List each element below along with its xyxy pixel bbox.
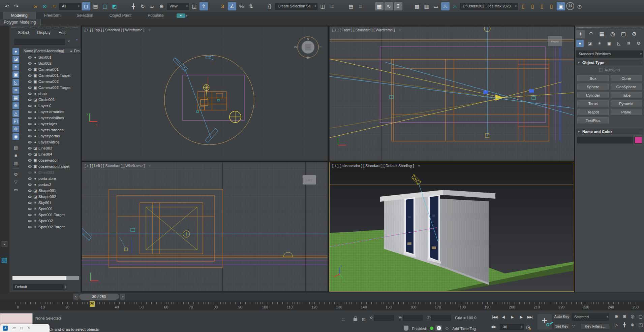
list-item[interactable]: ● portas2 (22, 181, 81, 188)
viewcube-ghost-left[interactable]: LEFT (306, 179, 312, 181)
viewport-label[interactable]: [ + ] [ Top ] [ Standard ] [ Wireframe ]… (85, 28, 151, 32)
external-reference-icon[interactable]: ▯ (547, 2, 556, 10)
use-pivot-center-icon[interactable]: ◱ (190, 2, 198, 10)
viewport-top[interactable]: TOP N W S E y x [ + ] [ Top ] [ Standard… (82, 26, 328, 161)
textplus-button[interactable]: TextPlus (577, 117, 609, 124)
key-selection-dropdown[interactable]: Selected (572, 313, 609, 321)
tab-display[interactable]: ▢ (619, 30, 628, 38)
taskbar-thumbnail-overlay[interactable]: 3 ▱ □ × (0, 324, 50, 332)
visibility-eye-icon[interactable] (28, 117, 32, 119)
display-none-icon[interactable]: ■ (12, 152, 19, 159)
category-systems-icon[interactable]: ⚙ (635, 40, 642, 47)
orbit-icon[interactable]: ⊚ (629, 321, 636, 329)
visibility-eye-icon[interactable] (28, 74, 32, 77)
unlink-icon[interactable]: ⊘ (40, 2, 49, 10)
explorer-preset-dropdown[interactable]: Default (13, 284, 63, 290)
teapot-button[interactable]: Teapot (577, 109, 609, 115)
name-color-rollout[interactable]: ▼ Name and Color ∷ (576, 129, 643, 134)
track-bar[interactable]: 0102030405060708090100110120130140150160… (0, 301, 644, 310)
tab-hierarchy[interactable]: ▦ (597, 30, 607, 38)
groups-filter-icon[interactable]: ▦ (12, 95, 19, 101)
auto-key-button[interactable]: Auto Key (554, 313, 570, 320)
lights-filter-icon[interactable]: ☀ (12, 64, 19, 70)
tab-create[interactable]: + (576, 30, 585, 38)
visibility-eye-icon[interactable] (28, 93, 32, 95)
box-button[interactable]: Box (577, 75, 609, 82)
visibility-eye-icon[interactable] (28, 190, 32, 192)
separator[interactable] (403, 2, 412, 10)
open-folder-icon[interactable]: ▯ (528, 2, 537, 10)
visibility-eye-icon[interactable] (28, 153, 32, 156)
frame-spinner[interactable]: ▲▼ (520, 324, 524, 330)
close-icon[interactable]: × (27, 326, 30, 330)
visibility-eye-icon[interactable] (28, 129, 32, 131)
name-column-header[interactable]: Name (Sorted Ascending) (23, 49, 70, 53)
ribbon-tab[interactable]: Object Paint (101, 12, 140, 19)
preset-spinner[interactable]: ▲▼ (63, 284, 67, 290)
visibility-eye-icon[interactable] (28, 214, 32, 216)
named-selection-sets-icon[interactable]: {} (266, 2, 274, 10)
transform-gizmo-icon[interactable]: ∷ (342, 317, 344, 322)
list-item[interactable]: ▣ observador.Target (22, 163, 81, 169)
scene-script-icon[interactable]: ▯ (519, 2, 527, 10)
selection-lock-icon[interactable] (354, 318, 357, 321)
y-coord-field[interactable] (403, 315, 423, 321)
filter-separator[interactable] (12, 142, 19, 142)
object-name[interactable]: Camera001 (38, 67, 59, 71)
list-item[interactable]: ● Layer:armários (22, 109, 81, 115)
object-type-rollout[interactable]: ▼ Object Type ∷ (576, 60, 643, 65)
material-editor-icon[interactable]: ▩ (413, 2, 421, 10)
filter-config-icon[interactable]: ⚙ (12, 171, 19, 178)
geosphere-button[interactable]: GeoSphere (611, 84, 642, 90)
separator[interactable] (120, 2, 128, 10)
cylinder-button[interactable]: Cylinder (577, 92, 609, 99)
list-item[interactable]: ☀ Sky001 (22, 200, 81, 206)
object-color-swatch[interactable] (635, 137, 642, 143)
zoom-all-icon[interactable]: ⊞ (621, 313, 628, 320)
spacewarps-filter-icon[interactable]: ≋ (12, 87, 19, 94)
filter-funnel-icon[interactable]: ▽ (12, 179, 19, 186)
ribbon-toggle-icon[interactable]: ▦ (375, 2, 384, 10)
selection-filter-dropdown[interactable]: All (59, 3, 81, 10)
object-name[interactable]: observador (38, 158, 58, 162)
frame-nudge-icon[interactable]: ◀▶ (491, 325, 496, 329)
go-to-start-button[interactable]: |◀◀ (491, 314, 498, 321)
visibility-eye-icon[interactable] (28, 208, 32, 210)
cone-button[interactable]: Cone (611, 75, 642, 82)
set-keys-button[interactable]: + (537, 314, 552, 330)
rect-selection-region-icon[interactable]: ▢ (101, 2, 109, 10)
list-item[interactable]: ● Box002 (22, 60, 81, 66)
object-name[interactable]: Camera002 (38, 79, 59, 84)
separator[interactable] (22, 2, 30, 10)
object-name[interactable]: Circle001 (38, 98, 55, 102)
percent-snap-icon[interactable]: % (237, 2, 246, 10)
object-name[interactable]: Layer:vidros (38, 140, 60, 144)
tab-modify[interactable]: ◠ (586, 30, 596, 38)
viewport-label[interactable]: [ + ] [ observador ] [ Standard ] [ Defa… (332, 164, 421, 168)
select-scale-icon[interactable]: ▱ (148, 2, 156, 10)
torus-button[interactable]: Torus (577, 100, 609, 107)
scrollbar-thumb[interactable] (12, 276, 66, 280)
time-configuration-icon[interactable]: ◷ (526, 324, 532, 330)
docked-window-icon[interactable]: ▦ (1, 256, 8, 264)
list-item[interactable]: ● Layer:Paredes (22, 127, 81, 133)
list-item[interactable]: ◪ Circle001 (22, 97, 81, 103)
panel-drag-handle[interactable] (576, 27, 642, 28)
explorer-menu-edit[interactable]: Edit (59, 30, 66, 35)
list-item[interactable]: ▣ Camera002.Target (22, 85, 81, 91)
object-name[interactable]: Layer:0 (38, 104, 51, 108)
maximize-icon[interactable]: □ (20, 326, 23, 330)
sync-clock-icon[interactable]: ◷ (575, 2, 584, 10)
ribbon-tab[interactable]: Modeling (3, 12, 36, 19)
category-helpers-icon[interactable]: ◺ (615, 40, 623, 47)
select-object-icon[interactable]: ◻ (82, 2, 90, 10)
explorer-menu-select[interactable]: Select (18, 30, 29, 35)
separator[interactable] (209, 2, 217, 10)
window-crossing-icon[interactable]: ◩ (110, 2, 119, 10)
redo-icon[interactable]: ↷ (12, 2, 21, 10)
new-key-mode-icon[interactable]: ∵ (572, 324, 575, 329)
list-item[interactable]: ▣ Camera001.Target (22, 72, 81, 78)
explorer-search-input[interactable] (14, 39, 65, 45)
visibility-eye-icon[interactable] (28, 123, 32, 125)
render-production-icon[interactable]: ♨ (441, 2, 450, 10)
